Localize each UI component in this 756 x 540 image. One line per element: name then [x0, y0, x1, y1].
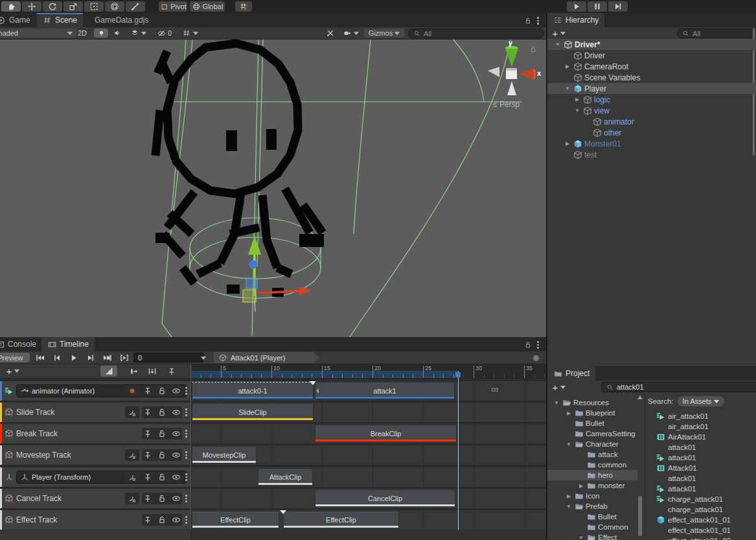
- project-result-attack01-3[interactable]: attack01: [656, 442, 756, 452]
- unlock-icon[interactable]: [157, 515, 166, 524]
- pin-icon[interactable]: [143, 494, 152, 503]
- unlock-icon[interactable]: [157, 473, 166, 482]
- track-header-slide-track[interactable]: Slide Track: [0, 403, 190, 422]
- tab-scene[interactable]: Scene: [37, 13, 83, 27]
- unlock-icon[interactable]: [523, 340, 533, 349]
- eye-icon[interactable]: [172, 451, 181, 460]
- play-button[interactable]: [567, 1, 586, 12]
- clip-attack1[interactable]: attack1: [315, 382, 455, 399]
- timeline-settings-gear-icon[interactable]: [531, 353, 540, 362]
- track-lane-cancel-track[interactable]: CancelClip: [192, 489, 546, 508]
- track-header-player-transform[interactable]: Player (Transform): [0, 467, 190, 487]
- project-result-air-attack01-1[interactable]: air_attack01: [656, 421, 756, 432]
- curves-toggle-button[interactable]: [125, 406, 139, 418]
- project-folder-character[interactable]: ▼Character: [547, 439, 637, 449]
- pin-icon[interactable]: [143, 473, 152, 482]
- unlock-icon[interactable]: [157, 451, 166, 460]
- unlock-icon[interactable]: [157, 408, 166, 417]
- track-header-animator-animator[interactable]: animator (Animator): [0, 381, 190, 401]
- unlock-icon[interactable]: [157, 429, 166, 438]
- audio-toggle-button[interactable]: [110, 29, 124, 38]
- collapse-arrow-icon[interactable]: ▼: [565, 441, 573, 447]
- hierarchy-item-player[interactable]: ▼Player: [547, 83, 756, 94]
- project-folder-hero[interactable]: hero: [547, 470, 637, 480]
- timeline-ruler[interactable]: 5101520253035: [192, 364, 546, 378]
- curves-toggle-button[interactable]: [125, 493, 139, 504]
- hierarchy-item-scene-variables[interactable]: Scene Variables: [547, 72, 756, 83]
- project-create-button[interactable]: +: [549, 382, 569, 392]
- hierarchy-item-other[interactable]: other: [547, 127, 756, 138]
- scene-tools-button[interactable]: [323, 29, 338, 38]
- eye-icon[interactable]: [172, 473, 181, 482]
- project-folder-prefab[interactable]: ▼Prefab: [547, 501, 637, 511]
- project-tree-scrollbar[interactable]: [638, 496, 642, 536]
- project-folder-bullet[interactable]: Bullet: [547, 418, 637, 428]
- hierarchy-item-logic[interactable]: ▶logic: [547, 94, 756, 105]
- scene-search-input[interactable]: All: [408, 29, 544, 38]
- persp-label[interactable]: ≤ Persp: [493, 100, 520, 109]
- pin-icon[interactable]: [143, 515, 152, 524]
- tab-console[interactable]: Console: [0, 337, 42, 351]
- rect-tool[interactable]: [84, 1, 104, 12]
- track-header-effect-track[interactable]: Effect Track: [0, 510, 190, 530]
- project-result-effect-attack01-01-11[interactable]: effect_attack01_01: [656, 525, 756, 535]
- scale-tool[interactable]: [63, 1, 83, 12]
- grid-visibility-dropdown[interactable]: [179, 29, 201, 38]
- expand-arrow-icon[interactable]: ▶: [564, 141, 571, 147]
- hierarchy-create-button[interactable]: +: [549, 29, 569, 38]
- project-result-attack01-4[interactable]: attack01: [656, 452, 756, 463]
- hierarchy-item-monster01[interactable]: ▶Monster01: [547, 138, 756, 149]
- play-timeline-button[interactable]: [66, 353, 82, 362]
- axis-x-label[interactable]: x: [537, 69, 541, 77]
- timeline-menu-icon[interactable]: [537, 341, 539, 349]
- eye-icon[interactable]: [172, 515, 181, 524]
- clip-cancelclip[interactable]: CancelClip: [315, 489, 455, 507]
- project-folder-effect[interactable]: ▼Effect: [547, 532, 637, 540]
- unlock-icon[interactable]: [157, 494, 166, 503]
- project-folder-blueprint[interactable]: ▶Blueprint: [547, 408, 637, 418]
- curves-toggle-button[interactable]: [125, 471, 139, 483]
- track-menu-icon[interactable]: [185, 451, 187, 459]
- play-range-button[interactable]: [117, 353, 132, 362]
- pin-icon[interactable]: [143, 408, 152, 417]
- clip-effectclip[interactable]: EffectClip: [192, 511, 279, 528]
- tab-gamedata[interactable]: GameData.gdjs: [89, 13, 154, 27]
- project-folder-monster[interactable]: ▶monster: [547, 480, 637, 491]
- frame-counter-field[interactable]: 0: [133, 353, 203, 362]
- grid-snapping-button[interactable]: [235, 1, 252, 12]
- next-frame-button[interactable]: [83, 353, 98, 362]
- track-lane-animator-animator[interactable]: attack0-1attack1∞: [192, 381, 546, 401]
- eye-icon[interactable]: [172, 494, 181, 503]
- hidden-objects-button[interactable]: 0: [154, 29, 175, 38]
- project-result-attack01-7[interactable]: attack01: [656, 484, 756, 494]
- pin-icon[interactable]: [143, 451, 152, 460]
- clip-attack0-1[interactable]: attack0-1: [192, 382, 314, 399]
- custom-tool[interactable]: [126, 1, 145, 12]
- playhead-line[interactable]: [458, 371, 459, 530]
- eye-icon[interactable]: [172, 429, 181, 438]
- expand-arrow-icon[interactable]: ▶: [577, 483, 585, 489]
- project-result-effect-attack01-02-12[interactable]: effect_attack01_02: [656, 535, 756, 540]
- track-menu-icon[interactable]: [185, 473, 187, 481]
- project-result-air-attack01-0[interactable]: air_attack01: [656, 411, 756, 421]
- project-result-charge-attack01-8[interactable]: charge_attack01: [656, 494, 756, 504]
- track-lane-movestep-track[interactable]: MovestepClip: [192, 445, 546, 465]
- clip-breakclip[interactable]: BreakClip: [315, 425, 457, 442]
- eye-icon[interactable]: [172, 386, 181, 395]
- curves-toggle-button[interactable]: [125, 449, 139, 461]
- hierarchy-item-driver[interactable]: Driver: [547, 50, 756, 61]
- ripple-mode-button[interactable]: [126, 366, 143, 377]
- track-menu-icon[interactable]: [185, 430, 187, 438]
- expand-arrow-icon[interactable]: ▶: [565, 493, 573, 499]
- global-toggle-button[interactable]: Global: [190, 1, 225, 12]
- eye-icon[interactable]: [172, 408, 181, 417]
- project-folder-icon[interactable]: ▶Icon: [547, 491, 637, 501]
- project-result-charge-attack01-9[interactable]: charge_attack01: [656, 504, 756, 515]
- scene-viewport[interactable]: y x ≤ Persp: [0, 40, 546, 337]
- record-button[interactable]: [125, 385, 139, 397]
- collapse-arrow-icon[interactable]: ▼: [573, 108, 581, 113]
- hierarchy-item-driver[interactable]: ▼Driver*: [547, 39, 756, 50]
- hierarchy-item-view[interactable]: ▼view: [547, 105, 756, 116]
- project-folder-common[interactable]: common: [547, 460, 637, 470]
- step-button[interactable]: [608, 1, 628, 12]
